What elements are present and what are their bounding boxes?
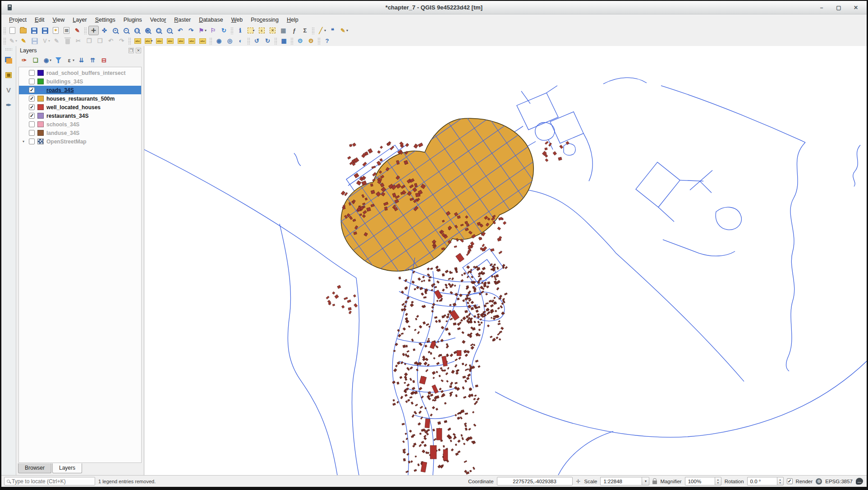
zoom-full-button[interactable]: ▣ — [142, 26, 153, 35]
menu-layer[interactable]: Layer — [69, 15, 91, 24]
open-attribute-table-button[interactable]: ▦ — [278, 26, 289, 35]
processing-history-button[interactable]: ↺ — [252, 36, 262, 46]
zoom-native-button[interactable]: 1:1 — [132, 26, 142, 35]
show-layout-manager-button[interactable]: ▤ — [61, 26, 72, 35]
layer-item-schools_34S[interactable]: schools_34S — [19, 120, 141, 129]
toolbar-drag-handle[interactable] — [3, 37, 6, 45]
menu-web[interactable]: Web — [227, 15, 247, 24]
menu-database[interactable]: Database — [195, 15, 227, 24]
map-tips-button[interactable]: ❝ — [327, 26, 338, 35]
layer-item-landuse_34S[interactable]: landuse_34S — [19, 129, 141, 137]
filter-legend-button[interactable] — [53, 55, 64, 65]
deselect-features-button[interactable]: ✕ — [267, 26, 278, 35]
lock-scale-icon[interactable] — [652, 481, 657, 484]
toolbar-drag-handle[interactable] — [5, 48, 12, 51]
toolbar-drag-handle[interactable] — [3, 27, 6, 34]
select-by-expression-button[interactable]: ε — [257, 26, 267, 35]
locate-search[interactable] — [4, 477, 95, 485]
add-raster-layer-button[interactable]: ▦ — [4, 70, 14, 80]
new-spatial-bookmark-button[interactable]: ⚑▾ — [197, 26, 207, 35]
menu-view[interactable]: View — [48, 15, 69, 24]
layer-checkbox[interactable] — [29, 121, 35, 127]
move-label-button[interactable]: abc — [176, 36, 186, 46]
nominatim-search-button[interactable]: ◐ — [235, 36, 246, 46]
layers-panel-header[interactable]: Layers ❐ ✕ — [16, 46, 144, 54]
dropdown-caret-icon[interactable]: ▾ — [15, 39, 17, 43]
toggle-editing-button[interactable]: ✎ — [18, 36, 29, 46]
map-theme-button[interactable]: ◎ — [225, 36, 235, 46]
zoom-out-button[interactable]: − — [121, 26, 131, 35]
dropdown-caret-icon[interactable]: ▾ — [151, 39, 153, 43]
highlight-pinned-labels-button[interactable]: abc — [165, 36, 175, 46]
refresh-map-button[interactable]: ↻ — [219, 26, 229, 35]
new-shapefile-layer-button[interactable]: ✒ — [4, 100, 14, 110]
extents-toggle-icon[interactable]: ✛ — [576, 478, 581, 485]
maximize-button[interactable]: ▢ — [835, 4, 842, 11]
layer-item-houses_restaurants_500m[interactable]: ✓houses_restaurants_500m — [19, 94, 141, 103]
layer-labeling-button[interactable]: abc — [133, 36, 143, 46]
new-project-button[interactable] — [7, 26, 18, 35]
layer-item-well_located_houses[interactable]: ✓well_located_houses — [19, 103, 141, 111]
magnifier-spin-buttons[interactable]: ▴▾ — [715, 477, 721, 485]
open-project-button[interactable] — [18, 26, 28, 35]
pin-labels-button[interactable]: abc — [154, 36, 165, 46]
layer-checkbox[interactable] — [29, 139, 35, 144]
processing-toolbox-button[interactable]: ⚙ — [295, 36, 305, 46]
title-bar[interactable]: *chapter_7 - QGIS 9e45223d42 [tm] –▢✕ — [1, 1, 867, 14]
messages-icon[interactable]: … — [856, 478, 863, 485]
rotate-label-button[interactable]: abc — [187, 36, 197, 46]
layer-checkbox[interactable] — [29, 70, 35, 76]
measure-button[interactable]: ╱▾ — [316, 26, 327, 35]
menu-processing[interactable]: Processing — [247, 15, 283, 24]
close-panel-icon[interactable]: ✕ — [136, 48, 141, 53]
layer-item-restaurants_34S[interactable]: ✓restaurants_34S — [19, 111, 141, 120]
show-spatial-bookmarks-button[interactable]: ⚐ — [208, 26, 218, 35]
statistical-summary-button[interactable]: Σ — [300, 26, 310, 35]
select-features-button[interactable]: ▾ — [246, 26, 256, 35]
dropdown-caret-icon[interactable]: ▾ — [253, 28, 255, 32]
data-grid-button[interactable]: ▦ — [279, 36, 289, 46]
crs-status[interactable]: EPSG:3857 — [825, 479, 853, 484]
layer-checkbox[interactable]: ✓ — [29, 113, 35, 119]
coordinate-input[interactable]: 2275725,-4029383 — [497, 477, 573, 485]
locate-input[interactable] — [12, 478, 88, 485]
processing-redo-button[interactable]: ↻ — [262, 36, 273, 46]
options-button[interactable]: ⚙ — [306, 36, 316, 46]
dropdown-caret-icon[interactable]: ▾ — [346, 28, 348, 32]
scale-combo[interactable]: 1:22848 — [600, 477, 642, 485]
style-manager-button[interactable]: ✎ — [72, 26, 83, 35]
zoom-to-layer-button[interactable]: ≡ — [164, 26, 175, 35]
rotation-spinbox[interactable]: 0.0 ° — [747, 477, 777, 485]
pan-map-button[interactable]: ✛ — [88, 26, 99, 35]
new-annotation-button[interactable]: ✎▾ — [338, 26, 349, 35]
render-checkbox[interactable]: ✓ — [787, 478, 793, 484]
layer-item-roads_34S[interactable]: ✓roads_34S — [19, 86, 141, 94]
expander-icon[interactable]: ▾ — [21, 139, 26, 143]
layer-labeling-options-button[interactable]: abc▾ — [143, 36, 154, 46]
scale-dropdown-icon[interactable]: ▾ — [642, 477, 649, 485]
crs-globe-icon[interactable]: ⊕ — [816, 478, 822, 485]
dropdown-caret-icon[interactable]: ▾ — [50, 58, 51, 62]
zoom-in-button[interactable]: + — [110, 26, 120, 35]
layer-checkbox[interactable] — [29, 79, 35, 84]
dropdown-caret-icon[interactable]: ▾ — [205, 28, 207, 32]
layer-item-buildings_34S[interactable]: buildings_34S — [19, 77, 141, 86]
manage-map-themes-button[interactable]: ◉▾ — [41, 55, 52, 65]
layer-checkbox[interactable] — [29, 130, 35, 136]
dropdown-caret-icon[interactable]: ▾ — [73, 58, 74, 62]
change-label-button[interactable]: abc — [197, 36, 208, 46]
remove-layer-button[interactable]: ⊟ — [99, 55, 109, 65]
data-source-manager-button[interactable] — [4, 55, 14, 65]
identify-features-button[interactable]: ℹ — [235, 26, 245, 35]
pan-to-selection-button[interactable]: ✜ — [99, 26, 110, 35]
menu-edit[interactable]: Edit — [31, 15, 49, 24]
collapse-all-button[interactable]: ⇈ — [87, 55, 98, 65]
float-panel-icon[interactable]: ❐ — [129, 48, 134, 53]
zoom-last-button[interactable]: ↶ — [175, 26, 185, 35]
open-layer-styling-button[interactable]: ✑ — [19, 55, 29, 65]
tab-browser[interactable]: Browser — [18, 463, 51, 473]
add-group-button[interactable]: ❏ — [30, 55, 41, 65]
dropdown-caret-icon[interactable]: ▾ — [48, 39, 50, 43]
tab-layers[interactable]: Layers — [52, 463, 82, 473]
minimize-button[interactable]: – — [818, 4, 825, 11]
